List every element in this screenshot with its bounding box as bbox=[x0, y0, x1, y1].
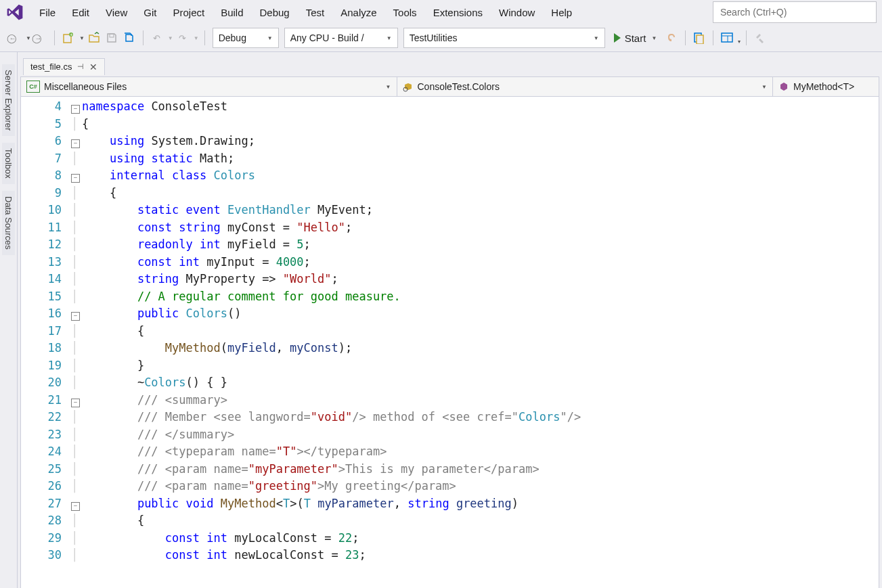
method-icon bbox=[778, 81, 789, 92]
class-icon bbox=[403, 81, 414, 92]
open-file-button[interactable] bbox=[86, 30, 102, 46]
document-tab[interactable]: test_file.cs ⊣ ✕ bbox=[23, 58, 105, 75]
fold-gutter: −│−│−│││││││−││││−│││││−│││ bbox=[71, 97, 82, 588]
nav-back-button[interactable]: ◯← bbox=[7, 30, 23, 46]
chevron-down-icon[interactable]: ▼ bbox=[651, 35, 657, 41]
fold-toggle[interactable]: − bbox=[71, 502, 80, 511]
nav-forward-button[interactable]: ◯→ bbox=[32, 30, 49, 46]
save-button[interactable] bbox=[104, 30, 120, 46]
fold-toggle[interactable]: − bbox=[71, 105, 80, 114]
toolbar: ◯← ▼ ◯→ + ▼ ↶ ▼ ↷ ▼ Debug▼ Any CPU - Bui… bbox=[0, 24, 882, 52]
fold-toggle[interactable]: − bbox=[71, 312, 80, 321]
csharp-project-icon: C# bbox=[26, 81, 40, 93]
undo-button[interactable]: ↶ bbox=[149, 30, 165, 46]
nav-project-combo[interactable]: C# Miscellaneous Files▼ bbox=[21, 77, 397, 96]
editor-area: test_file.cs ⊣ ✕ C# Miscellaneous Files▼… bbox=[18, 52, 882, 588]
toolbox-button[interactable] bbox=[752, 30, 768, 46]
code-editor[interactable]: 4567891011121314151617181920212223242526… bbox=[20, 97, 879, 588]
sidebar-tab-data-sources[interactable]: Data Sources bbox=[2, 191, 15, 255]
code-content[interactable]: namespace ConsoleTest{ using System.Draw… bbox=[82, 97, 879, 588]
fold-toggle[interactable]: − bbox=[71, 139, 80, 148]
line-number-gutter: 4567891011121314151617181920212223242526… bbox=[21, 97, 71, 588]
pin-icon[interactable]: ⊣ bbox=[77, 62, 84, 71]
chevron-down-icon[interactable]: ▼ bbox=[26, 35, 31, 41]
menu-analyze[interactable]: Analyze bbox=[332, 4, 384, 21]
startup-project-combo[interactable]: TestUtilities▼ bbox=[403, 28, 605, 48]
separator bbox=[204, 30, 205, 45]
chevron-down-icon[interactable]: ▼ bbox=[168, 35, 173, 41]
document-tab-label: test_file.cs bbox=[30, 62, 72, 72]
new-item-button[interactable]: + bbox=[60, 30, 76, 46]
redo-button[interactable]: ↷ bbox=[175, 30, 191, 46]
separator bbox=[713, 30, 713, 45]
solution-config-combo[interactable]: Debug▼ bbox=[213, 28, 279, 48]
chevron-down-icon[interactable]: ▾ bbox=[738, 39, 741, 45]
nav-class-combo[interactable]: ConsoleTest.Colors▼ bbox=[397, 77, 774, 96]
window-layout-button[interactable] bbox=[719, 30, 735, 46]
main-area: Server ExplorerToolboxData Sources test_… bbox=[0, 52, 882, 588]
hot-reload-button[interactable] bbox=[663, 30, 680, 46]
menu-tools[interactable]: Tools bbox=[385, 4, 425, 21]
close-icon[interactable]: ✕ bbox=[89, 62, 97, 72]
menu-test[interactable]: Test bbox=[298, 4, 333, 21]
menu-build[interactable]: Build bbox=[213, 4, 251, 21]
chevron-down-icon[interactable]: ▼ bbox=[194, 35, 199, 41]
document-tabs: test_file.cs ⊣ ✕ bbox=[18, 56, 882, 76]
separator bbox=[746, 30, 747, 45]
fold-toggle[interactable]: − bbox=[71, 399, 80, 407]
menu-extensions[interactable]: Extensions bbox=[425, 4, 491, 21]
vs-logo bbox=[5, 3, 24, 22]
nav-member-combo[interactable]: MyMethod<T> bbox=[773, 77, 879, 96]
menu-bar: FileEditViewGitProjectBuildDebugTestAnal… bbox=[0, 0, 882, 24]
search-box[interactable]: Search (Ctrl+Q) bbox=[713, 1, 877, 23]
menu-window[interactable]: Window bbox=[491, 4, 543, 21]
menu-help[interactable]: Help bbox=[543, 4, 580, 21]
sidebar-tab-server-explorer[interactable]: Server Explorer bbox=[2, 64, 15, 136]
find-in-files-button[interactable] bbox=[691, 30, 707, 46]
svg-text:+: + bbox=[70, 32, 73, 38]
start-label: Start bbox=[625, 32, 646, 44]
solution-platform-combo[interactable]: Any CPU - Build /▼ bbox=[284, 28, 398, 48]
sidebar-tab-toolbox[interactable]: Toolbox bbox=[2, 143, 15, 184]
menu-git[interactable]: Git bbox=[135, 4, 164, 21]
fold-toggle[interactable]: − bbox=[71, 174, 80, 183]
editor-nav-bar: C# Miscellaneous Files▼ ConsoleTest.Colo… bbox=[20, 76, 879, 97]
play-icon bbox=[614, 33, 621, 43]
separator bbox=[685, 30, 686, 45]
save-all-button[interactable] bbox=[121, 30, 137, 46]
separator bbox=[143, 30, 144, 45]
svg-rect-5 bbox=[697, 35, 703, 44]
start-debug-button[interactable]: Start ▼ bbox=[609, 28, 663, 47]
menu-edit[interactable]: Edit bbox=[64, 4, 97, 21]
menu-project[interactable]: Project bbox=[164, 4, 213, 21]
menu-items: FileEditViewGitProjectBuildDebugTestAnal… bbox=[31, 4, 580, 21]
separator bbox=[54, 30, 55, 45]
menu-view[interactable]: View bbox=[97, 4, 135, 21]
sidebar-tool-tabs: Server ExplorerToolboxData Sources bbox=[0, 52, 18, 588]
menu-file[interactable]: File bbox=[31, 4, 64, 21]
svg-rect-6 bbox=[722, 33, 732, 42]
chevron-down-icon[interactable]: ▼ bbox=[79, 35, 85, 41]
search-placeholder: Search (Ctrl+Q) bbox=[720, 7, 787, 18]
menu-debug[interactable]: Debug bbox=[252, 4, 298, 21]
